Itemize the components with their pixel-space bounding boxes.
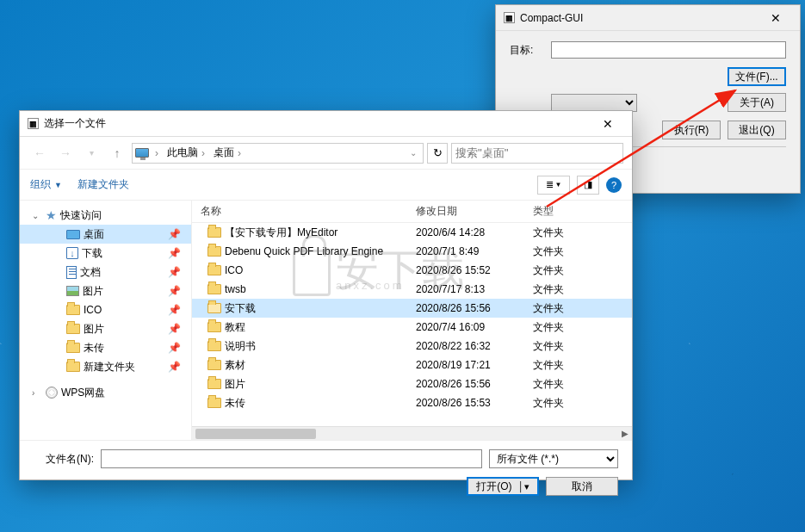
target-input[interactable] xyxy=(551,41,786,59)
file-row[interactable]: twsb2020/7/17 8:13文件夹 xyxy=(192,280,632,299)
file-type: 文件夹 xyxy=(528,301,632,316)
folder-icon xyxy=(207,396,221,410)
scroll-right-icon[interactable]: ▶ xyxy=(618,427,632,441)
tree-wps[interactable]: › WPS网盘 xyxy=(20,383,191,402)
tree-item-下载[interactable]: 下载📌 xyxy=(20,244,191,263)
cancel-button[interactable]: 取消 xyxy=(546,477,618,496)
tree-quick-access[interactable]: ⌄ ★ 快速访问 xyxy=(20,206,191,225)
file-name: 图片 xyxy=(225,377,245,392)
file-type: 文件夹 xyxy=(528,339,632,354)
tree-item-图片[interactable]: 图片📌 xyxy=(20,319,191,338)
file-list: 名称 修改日期 类型 【安下载专用】MyEditor2020/6/4 14:28… xyxy=(192,201,632,440)
crumb-desktop[interactable]: 桌面› xyxy=(210,144,245,163)
folder-icon xyxy=(207,301,221,315)
nav-back-button[interactable]: ← xyxy=(28,142,51,164)
file-row[interactable]: 未传2020/8/26 15:53文件夹 xyxy=(192,393,632,412)
filename-input[interactable] xyxy=(101,449,482,468)
tree-item-桌面[interactable]: 桌面📌 xyxy=(20,225,191,244)
execute-button[interactable]: 执行(R) xyxy=(662,121,721,139)
file-list-body[interactable]: 【安下载专用】MyEditor2020/6/4 14:28文件夹Debenu Q… xyxy=(192,223,632,426)
file-row[interactable]: 【安下载专用】MyEditor2020/6/4 14:28文件夹 xyxy=(192,223,632,242)
compact-gui-titlebar[interactable]: ▦ Compact-GUI ✕ xyxy=(496,5,800,31)
file-date: 2020/7/17 8:13 xyxy=(416,283,528,295)
compact-gui-close-button[interactable]: ✕ xyxy=(759,6,793,30)
view-mode-button[interactable]: ≣ ▼ xyxy=(537,176,570,195)
file-row[interactable]: 教程2020/7/4 16:09文件夹 xyxy=(192,318,632,337)
file-row[interactable]: Debenu Quick PDF Library Engine2020/7/1 … xyxy=(192,242,632,261)
pin-icon: 📌 xyxy=(168,342,181,354)
column-type[interactable]: 类型 xyxy=(528,204,632,219)
nav-recent-button[interactable]: ▾ xyxy=(80,142,102,164)
file-name: Debenu Quick PDF Library Engine xyxy=(225,245,383,257)
file-name: 素材 xyxy=(225,358,245,373)
file-type-filter[interactable]: 所有文件 (*.*) xyxy=(489,449,618,468)
preview-toggle-button[interactable]: ◨ xyxy=(577,176,599,195)
tree-item-ICO[interactable]: ICO📌 xyxy=(20,300,191,319)
file-date: 2020/7/1 8:49 xyxy=(416,245,528,257)
doc-icon xyxy=(66,266,77,279)
chevron-down-icon: ▼ xyxy=(54,181,62,189)
file-type: 文件夹 xyxy=(528,244,632,259)
file-row[interactable]: 素材2020/8/19 17:21文件夹 xyxy=(192,356,632,374)
path-dropdown-icon[interactable]: ⌄ xyxy=(406,142,421,164)
file-date: 2020/8/26 15:56 xyxy=(416,378,528,390)
organize-menu[interactable]: 组织 ▼ xyxy=(30,177,62,192)
tree-item-文档[interactable]: 文档📌 xyxy=(20,263,191,281)
file-dialog-titlebar[interactable]: ▦ 选择一个文件 ✕ xyxy=(20,111,632,137)
file-type: 文件夹 xyxy=(528,282,632,297)
help-button[interactable]: ? xyxy=(606,177,622,193)
download-icon xyxy=(66,247,78,259)
folder-icon xyxy=(66,324,80,334)
file-type: 文件夹 xyxy=(528,226,632,240)
file-date: 2020/8/19 17:21 xyxy=(416,359,528,371)
column-headers[interactable]: 名称 修改日期 类型 xyxy=(192,201,632,223)
star-icon: ★ xyxy=(46,208,57,222)
expand-icon[interactable]: › xyxy=(32,388,34,398)
file-button[interactable]: 文件(F)... xyxy=(728,67,786,86)
tree-item-未传[interactable]: 未传📌 xyxy=(20,338,191,357)
crumb-this-pc[interactable]: 此电脑› xyxy=(164,144,208,163)
file-row[interactable]: 安下载2020/8/26 15:56文件夹 xyxy=(192,299,632,318)
scrollbar-thumb[interactable] xyxy=(195,429,316,439)
file-name: 教程 xyxy=(225,320,245,335)
file-date: 2020/7/4 16:09 xyxy=(416,321,528,333)
about-button[interactable]: 关于(A) xyxy=(728,93,786,112)
folder-icon xyxy=(207,320,221,334)
expand-icon[interactable]: ⌄ xyxy=(32,211,39,220)
nav-forward-button[interactable]: → xyxy=(54,142,77,164)
nav-tree[interactable]: ⌄ ★ 快速访问 桌面📌下载📌文档📌图片📌ICO📌图片📌未传📌新建文件夹📌 › … xyxy=(20,201,192,440)
file-row[interactable]: ICO2020/8/26 15:52文件夹 xyxy=(192,261,632,280)
wps-icon xyxy=(46,387,58,399)
breadcrumb-path[interactable]: › 此电脑› 桌面› ⌄ xyxy=(132,143,424,164)
exit-button[interactable]: 退出(Q) xyxy=(728,121,786,139)
file-type: 文件夹 xyxy=(528,320,632,335)
refresh-button[interactable]: ↻ xyxy=(427,143,448,164)
folder-icon xyxy=(207,244,221,258)
search-input[interactable] xyxy=(451,143,623,164)
horizontal-scrollbar[interactable]: ▶ xyxy=(192,426,632,440)
folder-icon xyxy=(66,343,80,353)
folder-icon xyxy=(207,263,221,277)
option-combo-1[interactable] xyxy=(551,94,637,112)
new-folder-button[interactable]: 新建文件夹 xyxy=(77,177,129,192)
nav-up-button[interactable]: ↑ xyxy=(106,142,128,164)
file-row[interactable]: 图片2020/8/26 15:56文件夹 xyxy=(192,374,632,393)
pin-icon: 📌 xyxy=(168,247,181,259)
tree-item-新建文件夹[interactable]: 新建文件夹📌 xyxy=(20,357,191,376)
file-type: 文件夹 xyxy=(528,396,632,411)
crumb-root-sep[interactable]: › xyxy=(152,144,162,163)
filename-label: 文件名(N): xyxy=(34,452,94,467)
tree-item-图片[interactable]: 图片📌 xyxy=(20,281,191,300)
monitor-icon xyxy=(134,145,150,161)
column-name[interactable]: 名称 xyxy=(192,204,416,219)
file-type: 文件夹 xyxy=(528,377,632,392)
file-name: twsb xyxy=(225,283,246,295)
file-row[interactable]: 说明书2020/8/22 16:32文件夹 xyxy=(192,337,632,356)
file-dialog-close-button[interactable]: ✕ xyxy=(591,112,625,136)
pin-icon: 📌 xyxy=(168,323,181,335)
column-date[interactable]: 修改日期 xyxy=(416,204,528,219)
file-dialog-window: ▦ 选择一个文件 ✕ ← → ▾ ↑ › 此电脑› 桌面› ⌄ ↻ 组织 ▼ 新… xyxy=(19,110,633,480)
open-button[interactable]: 打开(O) │▾ xyxy=(467,477,539,496)
target-label: 目标: xyxy=(510,43,544,58)
app-icon: ▦ xyxy=(27,118,39,130)
